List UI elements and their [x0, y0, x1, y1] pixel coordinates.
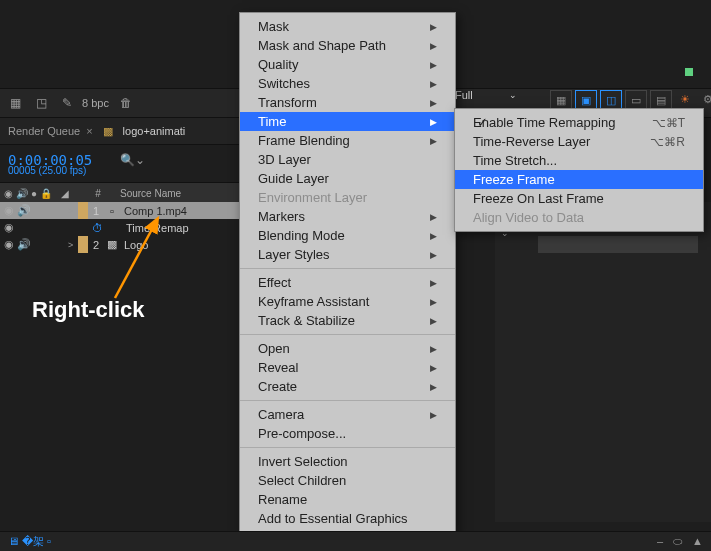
- twirl-icon[interactable]: >: [68, 206, 78, 216]
- resolution-select[interactable]: Full ⌄: [455, 89, 515, 101]
- submenu-arrow-icon: ▶: [430, 410, 437, 420]
- menu-item[interactable]: Guide Layer: [240, 169, 455, 188]
- layer-row[interactable]: ◉🔊>2▩Logo: [0, 236, 240, 253]
- submenu-arrow-icon: ▶: [430, 316, 437, 326]
- submenu-arrow-icon: ▶: [430, 79, 437, 89]
- zoom-out-icon[interactable]: –: [657, 535, 663, 548]
- submenu-arrow-icon: ▶: [430, 22, 437, 32]
- solo-column-icon[interactable]: ●: [31, 188, 37, 199]
- tool-icon[interactable]: ◳: [32, 94, 50, 112]
- submenu-arrow-icon: ▶: [430, 278, 437, 288]
- timeline-area[interactable]: [495, 202, 711, 522]
- lock-column-icon[interactable]: 🔒: [40, 188, 52, 199]
- menu-item[interactable]: Pre-compose...: [240, 424, 455, 443]
- menu-item[interactable]: Transform▶: [240, 93, 455, 112]
- stopwatch-icon[interactable]: ⏱: [92, 222, 106, 234]
- layer-number: 1: [88, 205, 104, 217]
- menu-item[interactable]: Invert Selection: [240, 452, 455, 471]
- layer-type-icon: ▩: [104, 238, 120, 251]
- submenu-arrow-icon: ▶: [430, 363, 437, 373]
- submenu-arrow-icon: ▶: [430, 344, 437, 354]
- menu-item[interactable]: Camera▶: [240, 405, 455, 424]
- menu-item[interactable]: Layer Styles▶: [240, 245, 455, 264]
- zoom-handle-icon[interactable]: ⬭: [673, 535, 682, 548]
- layer-type-icon: ▫: [104, 205, 120, 217]
- adjust-icon[interactable]: ☀: [675, 90, 695, 108]
- transparency-grid-icon[interactable]: ▦: [550, 90, 572, 110]
- resolution-value: Full: [455, 89, 473, 101]
- menu-item[interactable]: Markers▶: [240, 207, 455, 226]
- menu-item[interactable]: Blending Mode▶: [240, 226, 455, 245]
- menu-item[interactable]: Time-Reverse Layer⌥⌘R: [455, 132, 703, 151]
- panel-menu-icon[interactable]: ▦: [6, 94, 24, 112]
- menu-item[interactable]: Create▶: [240, 377, 455, 396]
- label-column-icon[interactable]: ◢: [61, 188, 69, 199]
- layer-columns-header: ◉ 🔊 ● 🔒 ◢ # Source Name: [0, 182, 240, 204]
- search-icon[interactable]: 🔍⌄: [120, 153, 145, 167]
- layer-number: 2: [88, 239, 104, 251]
- audio-icon[interactable]: 🔊: [17, 238, 31, 251]
- submenu-arrow-icon: ▶: [430, 98, 437, 108]
- eye-icon[interactable]: ◉: [4, 238, 14, 251]
- menu-item[interactable]: Mask▶: [240, 17, 455, 36]
- layer-name[interactable]: Time Remap: [122, 222, 189, 234]
- label-color[interactable]: [78, 202, 88, 219]
- close-icon[interactable]: ×: [86, 125, 92, 137]
- grid-icon[interactable]: ▭: [625, 90, 647, 110]
- menu-item[interactable]: Reveal▶: [240, 358, 455, 377]
- settings-icon[interactable]: ⚙: [698, 90, 711, 108]
- tab-comp[interactable]: logo+animati: [123, 125, 186, 137]
- layer-row[interactable]: ◉🔊>1▫Comp 1.mp4: [0, 202, 240, 219]
- menu-separator: [240, 334, 455, 335]
- menu-item[interactable]: Open▶: [240, 339, 455, 358]
- layer-bar-2[interactable]: [538, 236, 698, 253]
- menu-item[interactable]: Freeze On Last Frame: [455, 189, 703, 208]
- audio-column-icon[interactable]: 🔊: [16, 188, 28, 199]
- menu-item: Align Video to Data: [455, 208, 703, 227]
- menu-item[interactable]: Rename: [240, 490, 455, 509]
- eye-column-icon[interactable]: ◉: [4, 188, 13, 199]
- submenu-arrow-icon: ▶: [430, 297, 437, 307]
- shortcut-label: ⌥⌘R: [650, 135, 685, 149]
- shortcut-label: ⌥⌘T: [652, 116, 685, 130]
- eye-icon[interactable]: ◉: [4, 221, 14, 234]
- check-icon: ✓: [477, 115, 488, 130]
- tab-render-queue[interactable]: Render Queue: [8, 125, 80, 137]
- twirl-icon[interactable]: >: [68, 240, 78, 250]
- frame-info: 00005 (25.00 fps): [8, 165, 86, 176]
- menu-item[interactable]: Add to Essential Graphics: [240, 509, 455, 528]
- zoom-in-icon[interactable]: ▲: [692, 535, 703, 548]
- layer-name[interactable]: Comp 1.mp4: [120, 205, 187, 217]
- number-column: #: [88, 188, 108, 199]
- audio-icon[interactable]: 🔊: [17, 204, 31, 217]
- menu-item[interactable]: Frame Blending▶: [240, 131, 455, 150]
- menu-item[interactable]: Time Stretch...: [455, 151, 703, 170]
- layer-name[interactable]: Logo: [120, 239, 148, 251]
- safe-zones-icon[interactable]: ▣: [575, 90, 597, 110]
- bit-depth-label[interactable]: 8 bpc: [82, 97, 109, 109]
- menu-item[interactable]: Time▶: [240, 112, 455, 131]
- menu-item[interactable]: Freeze Frame: [455, 170, 703, 189]
- brush-icon[interactable]: ✎: [58, 94, 76, 112]
- menu-item[interactable]: Keyframe Assistant▶: [240, 292, 455, 311]
- menu-item[interactable]: Effect▶: [240, 273, 455, 292]
- trash-icon[interactable]: 🗑: [117, 94, 135, 112]
- menu-item[interactable]: Quality▶: [240, 55, 455, 74]
- toggle-switches-icon[interactable]: 🖥 �架 ▫: [8, 534, 51, 549]
- mask-visibility-icon[interactable]: ◫: [600, 90, 622, 110]
- menu-item[interactable]: 3D Layer: [240, 150, 455, 169]
- marker-dot: [685, 68, 693, 76]
- eye-icon[interactable]: ◉: [4, 204, 14, 217]
- menu-item[interactable]: Select Children: [240, 471, 455, 490]
- submenu-arrow-icon: ▶: [430, 117, 437, 127]
- menu-item[interactable]: Switches▶: [240, 74, 455, 93]
- menu-item[interactable]: ✓Enable Time Remapping⌥⌘T: [455, 113, 703, 132]
- menu-item[interactable]: Track & Stabilize▶: [240, 311, 455, 330]
- submenu-arrow-icon: ▶: [430, 382, 437, 392]
- source-name-column[interactable]: Source Name: [108, 188, 181, 199]
- menu-item[interactable]: Mask and Shape Path▶: [240, 36, 455, 55]
- submenu-arrow-icon: ▶: [430, 136, 437, 146]
- label-color[interactable]: [78, 236, 88, 253]
- layer-row[interactable]: ◉⏱Time Remap: [0, 219, 240, 236]
- guides-icon[interactable]: ▤: [650, 90, 672, 110]
